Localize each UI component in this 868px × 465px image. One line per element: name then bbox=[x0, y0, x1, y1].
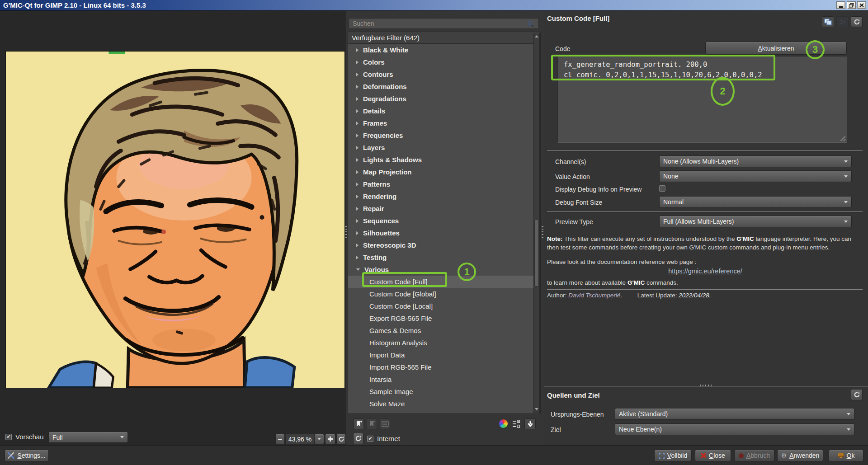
expander-triangle-icon[interactable] bbox=[356, 268, 360, 272]
filter-category-label: Degradations bbox=[363, 95, 406, 103]
filter-item-label: Histogram Analysis bbox=[369, 339, 427, 347]
internet-checkbox[interactable]: ✔ bbox=[367, 436, 373, 442]
zoom-in-button[interactable] bbox=[325, 434, 335, 444]
expander-triangle-icon[interactable] bbox=[356, 158, 359, 162]
filter-visibility-button[interactable] bbox=[511, 418, 522, 429]
zoom-preset-dropdown[interactable] bbox=[314, 434, 324, 444]
filter-category-row[interactable]: Colors bbox=[348, 56, 533, 68]
add-fave-button[interactable] bbox=[354, 418, 364, 429]
filter-item-row[interactable]: Games & Demos bbox=[348, 324, 533, 337]
filter-category-row[interactable]: Sequences bbox=[348, 215, 533, 227]
expander-triangle-icon[interactable] bbox=[356, 122, 359, 125]
filter-category-row[interactable]: Degradations bbox=[348, 93, 533, 105]
settings-button[interactable]: Settings... bbox=[5, 450, 49, 461]
apply-button[interactable]: ⚙ Anwenden bbox=[777, 450, 823, 461]
reference-link[interactable]: https://gmic.eu/reference/ bbox=[547, 268, 863, 275]
close-button[interactable]: Close bbox=[695, 450, 731, 461]
code-editor[interactable]: fx_generate_random_portrait. 200,0cl_com… bbox=[557, 56, 847, 143]
expander-triangle-icon[interactable] bbox=[356, 231, 359, 235]
expander-triangle-icon[interactable] bbox=[356, 183, 359, 186]
splitter-handle[interactable] bbox=[542, 226, 543, 240]
window-titlebar[interactable]: G'MIC-Qt for GIMP 2.10 - Linux 64 bits -… bbox=[0, 0, 868, 11]
expander-triangle-icon[interactable] bbox=[356, 207, 359, 211]
expander-triangle-icon[interactable] bbox=[356, 170, 359, 174]
sources-refresh-button[interactable] bbox=[851, 389, 863, 400]
bookmark-add-icon bbox=[356, 420, 362, 427]
filter-category-row[interactable]: Repair bbox=[348, 202, 533, 215]
filter-category-row[interactable]: Contours bbox=[348, 68, 533, 80]
filter-category-label: Rendering bbox=[363, 193, 396, 200]
zoom-value-field[interactable]: 43,96 % bbox=[286, 434, 314, 444]
preview-type-dropdown[interactable]: Full (Allows Multi-Layers) bbox=[659, 216, 852, 227]
filter-category-row[interactable]: Testing bbox=[348, 251, 533, 263]
filter-item-row[interactable]: Custom Code [Global] bbox=[348, 288, 533, 300]
splitter-handle[interactable] bbox=[345, 226, 347, 240]
filter-category-row[interactable]: Rendering bbox=[348, 190, 533, 202]
close-window-button[interactable] bbox=[857, 1, 866, 9]
filter-category-row[interactable]: Layers bbox=[348, 141, 533, 154]
scroll-down-icon[interactable] bbox=[535, 408, 538, 410]
expander-triangle-icon[interactable] bbox=[356, 97, 359, 101]
filter-category-row[interactable]: Frames bbox=[348, 117, 533, 129]
expander-triangle-icon[interactable] bbox=[356, 61, 359, 64]
panel-refresh-button[interactable] bbox=[851, 16, 863, 27]
splitter-handle[interactable] bbox=[700, 385, 712, 386]
filter-category-row[interactable]: Lights & Shadows bbox=[348, 154, 533, 166]
value-action-dropdown[interactable]: None bbox=[659, 170, 852, 182]
filter-category-row[interactable]: Map Projection bbox=[348, 166, 533, 178]
filter-category-label: Map Projection bbox=[363, 168, 412, 176]
preview-image[interactable] bbox=[5, 51, 345, 388]
expander-triangle-icon[interactable] bbox=[356, 109, 359, 113]
minimize-button[interactable] bbox=[836, 1, 845, 9]
filter-item-row[interactable]: Sample Image bbox=[348, 385, 533, 398]
expander-triangle-icon[interactable] bbox=[356, 256, 359, 259]
scroll-up-icon[interactable] bbox=[535, 35, 538, 38]
vorschau-checkbox[interactable]: ✔ bbox=[5, 434, 12, 440]
filter-category-row[interactable]: Deformations bbox=[348, 80, 533, 93]
author-link[interactable]: David Tschumperlé bbox=[568, 292, 620, 299]
expander-triangle-icon[interactable] bbox=[356, 48, 359, 52]
filter-item-row[interactable]: Custom Code [Full] bbox=[348, 276, 533, 288]
zoom-out-button[interactable] bbox=[275, 434, 285, 444]
expander-triangle-icon[interactable] bbox=[356, 219, 359, 223]
filter-item-row[interactable]: Import RGB-565 File bbox=[348, 361, 533, 373]
internet-refresh-button[interactable] bbox=[353, 433, 363, 444]
filter-category-row[interactable]: Various bbox=[348, 263, 533, 276]
search-input[interactable] bbox=[349, 18, 539, 29]
filter-item-row[interactable]: Custom Code [Local] bbox=[348, 300, 533, 312]
filter-category-row[interactable]: Black & White bbox=[348, 44, 533, 56]
filter-category-row[interactable]: Silhouettes bbox=[348, 227, 533, 239]
preview-refresh-button[interactable] bbox=[336, 434, 346, 444]
output-mode-label: Ziel bbox=[551, 426, 561, 433]
filter-category-row[interactable]: Details bbox=[348, 105, 533, 117]
restore-button[interactable] bbox=[847, 1, 856, 9]
debug-font-dropdown[interactable]: Normal bbox=[659, 196, 852, 208]
color-wheel-icon[interactable] bbox=[499, 419, 508, 428]
compact-view-button[interactable] bbox=[822, 16, 834, 27]
preview-mode-dropdown[interactable]: Full bbox=[48, 432, 128, 443]
filter-item-row[interactable]: Solve Maze bbox=[348, 398, 533, 410]
expander-triangle-icon[interactable] bbox=[356, 146, 359, 150]
expander-triangle-icon[interactable] bbox=[356, 134, 359, 137]
output-mode-dropdown[interactable]: Neue Ebene(n) bbox=[615, 423, 854, 435]
filter-item-row[interactable]: Import Data bbox=[348, 349, 533, 361]
download-filters-button[interactable] bbox=[524, 418, 536, 429]
ok-button[interactable]: Ok bbox=[829, 450, 863, 461]
channels-dropdown[interactable]: None (Allows Multi-Layers) bbox=[659, 155, 852, 167]
filter-item-row[interactable]: Histogram Analysis bbox=[348, 337, 533, 349]
debug-info-checkbox[interactable] bbox=[659, 185, 665, 192]
filter-category-row[interactable]: Frequencies bbox=[348, 129, 533, 141]
filter-category-row[interactable]: Patterns bbox=[348, 178, 533, 190]
filter-item-row[interactable]: Export RGB-565 File bbox=[348, 312, 533, 324]
filter-tree-scrollbar[interactable] bbox=[533, 33, 540, 413]
filter-category-row[interactable]: Stereoscopic 3D bbox=[348, 239, 533, 251]
fullscreen-button[interactable]: Vollbild bbox=[654, 450, 692, 461]
expander-triangle-icon[interactable] bbox=[356, 85, 359, 89]
scrollbar-thumb[interactable] bbox=[534, 220, 539, 287]
input-layers-dropdown[interactable]: Aktive (Standard) bbox=[615, 408, 854, 420]
update-button[interactable]: Aktualisieren bbox=[705, 42, 847, 55]
filter-item-row[interactable]: Intarsia bbox=[348, 373, 533, 385]
expander-triangle-icon[interactable] bbox=[356, 195, 359, 198]
expander-triangle-icon[interactable] bbox=[356, 244, 359, 247]
expander-triangle-icon[interactable] bbox=[356, 73, 359, 76]
